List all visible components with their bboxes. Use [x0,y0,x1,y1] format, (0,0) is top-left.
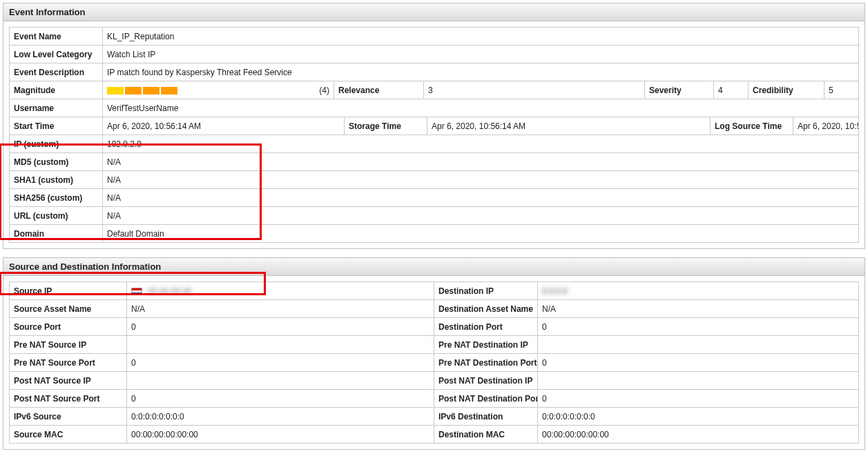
value-destination-asset-name: N/A [538,300,859,318]
srcdst-header: Source and Destination Information [3,258,865,276]
value-source-port: 0 [127,318,434,336]
event-custom-table: IP (custom) 192.0.2.0 MD5 (custom) N/A S… [9,135,859,243]
value-source-mac: 00:00:00:00:00:00 [127,426,434,444]
label-prenat-source-ip: Pre NAT Source IP [10,336,127,354]
label-magnitude: Magnitude [10,81,103,99]
row-domain: Domain Default Domain [10,225,859,243]
event-info-table: Event Name KL_IP_Reputation Low Level Ca… [9,27,859,117]
value-postnat-source-port: 0 [127,390,434,408]
label-source-asset-name: Source Asset Name [10,300,127,318]
row-ipv6: IPv6 Source 0:0:0:0:0:0:0:0 IPv6 Destina… [10,408,859,426]
label-prenat-destination-port: Pre NAT Destination Port [434,354,538,372]
label-severity: Severity [645,81,714,99]
label-source-mac: Source MAC [10,426,127,444]
value-ipv6-source: 0:0:0:0:0:0:0:0 [127,408,434,426]
value-prenat-source-port: 0 [127,354,434,372]
flag-icon [131,288,142,295]
label-source-ip: Source IP [10,282,127,300]
value-ipv6-destination: 0:0:0:0:0:0:0:0 [538,408,859,426]
value-url-custom: N/A [103,207,859,225]
row-times: Start Time Apr 6, 2020, 10:56:14 AM Stor… [10,117,859,135]
value-sha1-custom: N/A [103,171,859,189]
row-prenat-port: Pre NAT Source Port 0 Pre NAT Destinatio… [10,354,859,372]
value-destination-port: 0 [538,318,859,336]
row-username: Username VerifTestUserName [10,99,859,117]
event-time-table: Start Time Apr 6, 2020, 10:56:14 AM Stor… [9,117,859,135]
event-information-panel: Event Information Event Name KL_IP_Reput… [3,3,865,249]
magnitude-bar-icon [161,87,177,95]
value-md5-custom: N/A [103,153,859,171]
label-prenat-source-port: Pre NAT Source Port [10,354,127,372]
label-postnat-source-ip: Post NAT Source IP [10,372,127,390]
label-sha1-custom: SHA1 (custom) [10,171,103,189]
value-sha256-custom: N/A [103,189,859,207]
label-start-time: Start Time [10,117,103,135]
label-sha256-custom: SHA256 (custom) [10,189,103,207]
source-ip-text: 10.10.10.10 [147,286,191,296]
row-postnat-ip: Post NAT Source IP Post NAT Destination … [10,372,859,390]
row-event-name: Event Name KL_IP_Reputation [10,28,859,46]
label-postnat-destination-port: Post NAT Destination Port [434,390,538,408]
value-relevance: 3 [424,81,645,99]
value-postnat-destination-ip [538,372,859,390]
label-ipv6-source: IPv6 Source [10,408,127,426]
value-low-level-category: Watch List IP [103,46,859,63]
label-md5-custom: MD5 (custom) [10,153,103,171]
row-port: Source Port 0 Destination Port 0 [10,318,859,336]
event-info-header: Event Information [3,3,865,21]
value-destination-mac: 00:00:00:00:00:00 [538,426,859,444]
row-asset-name: Source Asset Name N/A Destination Asset … [10,300,859,318]
row-low-level-category: Low Level Category Watch List IP [10,46,859,63]
value-magnitude: (4) [103,81,334,99]
magnitude-bar-icon [125,87,142,95]
label-destination-mac: Destination MAC [434,426,538,444]
value-event-description: IP match found by Kaspersky Threat Feed … [103,63,859,81]
label-url-custom: URL (custom) [10,207,103,225]
label-ipv6-destination: IPv6 Destination [434,408,538,426]
label-event-name: Event Name [10,28,103,46]
label-event-description: Event Description [10,63,103,81]
row-prenat-ip: Pre NAT Source IP Pre NAT Destination IP [10,336,859,354]
value-severity: 4 [714,81,749,99]
value-prenat-destination-port: 0 [538,354,859,372]
label-destination-port: Destination Port [434,318,538,336]
label-low-level-category: Low Level Category [10,46,103,63]
value-storage-time: Apr 6, 2020, 10:56:14 AM [427,117,711,135]
label-source-port: Source Port [10,318,127,336]
magnitude-bar-icon [107,87,124,95]
label-relevance: Relevance [334,81,424,99]
value-username: VerifTestUserName [103,99,859,117]
magnitude-bar-icon [143,87,160,95]
label-destination-ip: Destination IP [434,282,538,300]
label-storage-time: Storage Time [345,117,427,135]
value-postnat-source-ip [127,372,434,390]
row-mac: Source MAC 00:00:00:00:00:00 Destination… [10,426,859,444]
row-magnitude: Magnitude (4) Relevance 3 Severity 4 Cre… [10,81,859,99]
label-domain: Domain [10,225,103,243]
row-ip-custom: IP (custom) 192.0.2.0 [10,135,859,153]
srcdst-body: Source IP 10.10.10.10 Destination IP 0.0… [3,276,865,449]
value-start-time: Apr 6, 2020, 10:56:14 AM [103,117,345,135]
value-ip-custom: 192.0.2.0 [103,135,859,153]
value-log-source-time: Apr 6, 2020, 10:56:04 AM [793,117,859,135]
value-destination-ip[interactable]: 0.0.0.0 [538,282,859,300]
row-md5-custom: MD5 (custom) N/A [10,153,859,171]
value-domain: Default Domain [103,225,859,243]
row-sha256-custom: SHA256 (custom) N/A [10,189,859,207]
magnitude-count: (4) [319,86,329,95]
label-postnat-source-port: Post NAT Source Port [10,390,127,408]
srcdst-table: Source IP 10.10.10.10 Destination IP 0.0… [9,281,859,444]
row-event-description: Event Description IP match found by Kasp… [10,63,859,81]
value-credibility: 5 [824,81,859,99]
value-source-asset-name: N/A [127,300,434,318]
value-prenat-source-ip [127,336,434,354]
value-source-ip[interactable]: 10.10.10.10 [127,282,434,300]
label-destination-asset-name: Destination Asset Name [434,300,538,318]
label-credibility: Credibility [749,81,824,99]
destination-ip-text: 0.0.0.0 [542,286,568,296]
value-event-name: KL_IP_Reputation [103,28,859,46]
row-source-ip: Source IP 10.10.10.10 Destination IP 0.0… [10,282,859,300]
value-postnat-destination-port: 0 [538,390,859,408]
label-ip-custom: IP (custom) [10,135,103,153]
label-prenat-destination-ip: Pre NAT Destination IP [434,336,538,354]
